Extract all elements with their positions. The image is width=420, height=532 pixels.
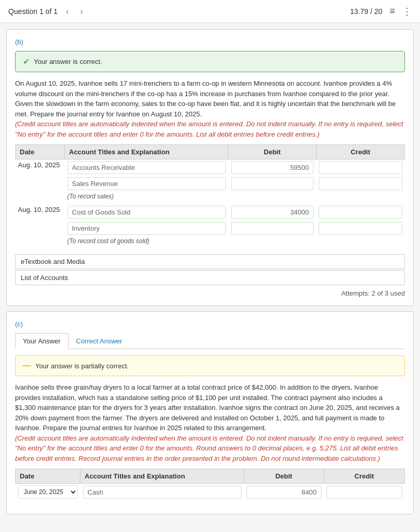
- etextbook-button[interactable]: eTextbook and Media: [15, 254, 405, 269]
- minus-icon: —: [23, 361, 31, 370]
- date-cell-1: Aug. 10, 2025: [16, 159, 65, 192]
- problem-text-c: Ivanhoe sells three grain/hay dryers to …: [15, 382, 405, 463]
- account-cell-1-1[interactable]: [65, 159, 228, 176]
- list-icon[interactable]: ≡: [389, 6, 395, 17]
- account-input-1-1[interactable]: [67, 161, 226, 174]
- col-debit-header: Debit: [228, 145, 317, 159]
- prev-button[interactable]: ‹: [63, 6, 72, 17]
- col-date-header: Date: [16, 145, 65, 159]
- credit-input-2-2[interactable]: [319, 222, 402, 235]
- table-c-header-row: Date Account Titles and Explanation Debi…: [16, 469, 405, 484]
- section-c-card: (c) Your Answer Correct Answer — Your an…: [6, 311, 414, 514]
- table-header-row: Date Account Titles and Explanation Debi…: [16, 145, 405, 159]
- col-c-credit-header: Credit: [324, 469, 405, 484]
- col-account-header: Account Titles and Explanation: [65, 145, 228, 159]
- col-c-debit-header: Debit: [244, 469, 324, 484]
- list-of-accounts-button[interactable]: List of Accounts: [15, 270, 405, 285]
- account-input-2-1[interactable]: [67, 206, 226, 219]
- table-row: [16, 220, 405, 236]
- credit-cell-2-2[interactable]: [316, 220, 404, 236]
- debit-input-c-1[interactable]: [247, 486, 321, 499]
- debit-input-2-1[interactable]: [231, 206, 314, 219]
- nav-left: Question 1 of 1 ‹ ›: [8, 6, 86, 17]
- credit-input-2-1[interactable]: [319, 206, 402, 219]
- success-message: Your answer is correct.: [34, 58, 102, 65]
- date-cell-2: Aug. 10, 2025: [16, 204, 65, 236]
- debit-cell-2-1[interactable]: [228, 204, 317, 220]
- account-cell-c-1[interactable]: [80, 484, 244, 501]
- table-row: June 20, 2025 October 1, 2025: [16, 484, 405, 501]
- question-label: Question 1 of 1: [8, 7, 58, 16]
- note-text-2: (To record cost of goods sold): [65, 236, 405, 249]
- main-content: (b) ✔ Your answer is correct. On August …: [0, 23, 420, 521]
- account-input-2-2[interactable]: [67, 222, 226, 235]
- score-display: 13.79 / 20: [350, 7, 382, 16]
- note-row-1: (To record sales): [16, 192, 405, 204]
- section-c-label: (c): [15, 320, 405, 328]
- button-row-b: eTextbook and Media List of Accounts: [15, 254, 405, 285]
- journal-table-b: Date Account Titles and Explanation Debi…: [15, 144, 405, 249]
- problem-text-b: On August 10, 2025, Ivanhoe sells 17 min…: [15, 78, 405, 139]
- account-input-c-1[interactable]: [83, 486, 241, 499]
- credit-cell-1-1[interactable]: [316, 159, 404, 176]
- debit-cell-1-2[interactable]: [228, 176, 317, 192]
- check-icon: ✔: [23, 57, 30, 66]
- account-cell-2-2[interactable]: [65, 220, 228, 236]
- success-banner: ✔ Your answer is correct.: [15, 51, 405, 72]
- note-row-2: (To record cost of goods sold): [16, 236, 405, 249]
- journal-table-c: Date Account Titles and Explanation Debi…: [15, 469, 405, 500]
- nav-right: 13.79 / 20 ≡ ⋮: [350, 6, 412, 17]
- next-button[interactable]: ›: [77, 6, 86, 17]
- credit-cell-1-2[interactable]: [316, 176, 404, 192]
- credit-input-1-1[interactable]: [319, 161, 402, 174]
- debit-input-1-2[interactable]: [231, 177, 314, 190]
- table-row: [16, 176, 405, 192]
- account-input-1-2[interactable]: [67, 177, 226, 190]
- table-row: Aug. 10, 2025: [16, 159, 405, 176]
- debit-cell-2-2[interactable]: [228, 220, 317, 236]
- attempts-text: Attempts: 2 of 3 used: [15, 289, 405, 297]
- credit-input-c-1[interactable]: [327, 486, 402, 499]
- col-credit-header: Credit: [316, 145, 404, 159]
- date-select-c-1[interactable]: June 20, 2025 October 1, 2025: [18, 485, 78, 499]
- tabs-c: Your Answer Correct Answer: [15, 333, 405, 349]
- account-cell-1-2[interactable]: [65, 176, 228, 192]
- col-c-date-header: Date: [16, 469, 80, 484]
- date-cell-c-1[interactable]: June 20, 2025 October 1, 2025: [16, 484, 80, 501]
- note-text-1: (To record sales): [65, 192, 405, 204]
- partial-message: Your answer is partially correct.: [35, 362, 129, 370]
- credit-cell-c-1[interactable]: [324, 484, 405, 501]
- col-c-account-header: Account Titles and Explanation: [80, 469, 244, 484]
- section-b-card: (b) ✔ Your answer is correct. On August …: [6, 29, 414, 306]
- table-row: Aug. 10, 2025: [16, 204, 405, 220]
- more-options-icon[interactable]: ⋮: [402, 6, 412, 17]
- partial-banner: — Your answer is partially correct.: [15, 355, 405, 376]
- tab-your-answer[interactable]: Your Answer: [15, 333, 69, 349]
- debit-cell-c-1[interactable]: [244, 484, 324, 501]
- debit-cell-1-1[interactable]: [228, 159, 317, 176]
- red-instructions-b: (Credit account titles are automatically…: [15, 120, 403, 138]
- debit-input-2-2[interactable]: [231, 222, 314, 235]
- tab-correct-answer[interactable]: Correct Answer: [69, 333, 130, 349]
- debit-input-1-1[interactable]: [231, 161, 314, 174]
- top-navigation: Question 1 of 1 ‹ › 13.79 / 20 ≡ ⋮: [0, 0, 420, 23]
- section-b-label: (b): [15, 38, 405, 46]
- account-cell-2-1[interactable]: [65, 204, 228, 220]
- credit-input-1-2[interactable]: [319, 177, 402, 190]
- credit-cell-2-1[interactable]: [316, 204, 404, 220]
- red-instructions-c: (Credit account titles are automatically…: [15, 434, 403, 462]
